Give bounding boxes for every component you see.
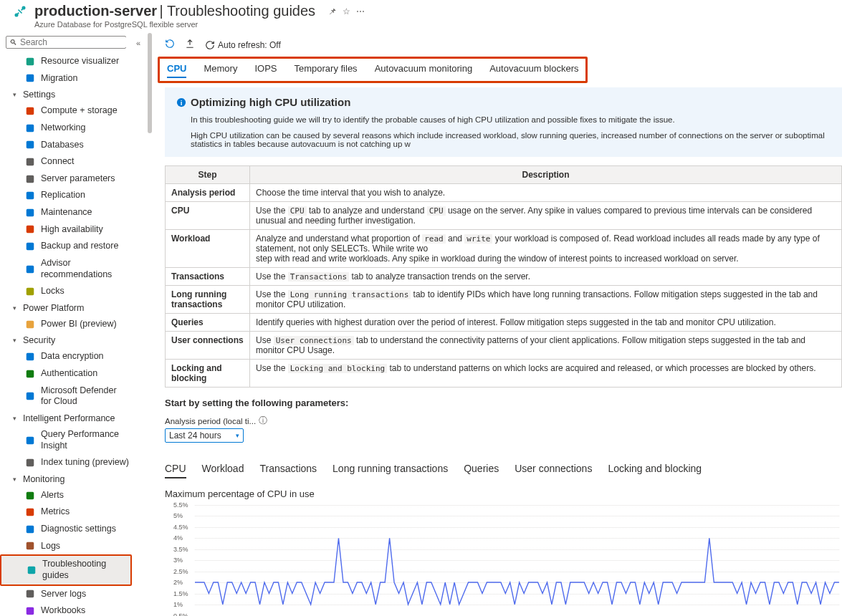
- refresh-icon[interactable]: [165, 39, 175, 51]
- star-icon[interactable]: ☆: [343, 6, 350, 16]
- svg-rect-22: [26, 509, 34, 516]
- svg-rect-4: [26, 107, 34, 115]
- item-icon: [24, 589, 35, 600]
- sidebar-collapse-button[interactable]: «: [133, 39, 143, 47]
- item-icon: [24, 319, 35, 329]
- subtab-workload[interactable]: Workload: [202, 463, 244, 478]
- svg-rect-25: [27, 567, 35, 574]
- sidebar-item[interactable]: High availability: [0, 221, 132, 239]
- item-icon: [24, 173, 35, 184]
- item-icon: [24, 286, 35, 297]
- analysis-period-select[interactable]: Last 24 hours ▾: [165, 428, 244, 443]
- tab-iops[interactable]: IOPS: [254, 63, 277, 78]
- sidebar-item[interactable]: Maintenance: [0, 204, 132, 221]
- tab-cpu[interactable]: CPU: [167, 63, 186, 78]
- svg-rect-5: [26, 124, 34, 132]
- auto-refresh-toggle[interactable]: Auto refresh: Off: [205, 40, 281, 50]
- subtab-long running transactions[interactable]: Long running transactions: [333, 463, 448, 478]
- tab-autovacuum blockers[interactable]: Autovacuum blockers: [489, 63, 578, 78]
- search-input-wrap[interactable]: 🔍︎: [6, 36, 126, 49]
- info-icon[interactable]: ⓘ: [259, 415, 267, 426]
- sidebar-section[interactable]: ▾Settings: [0, 87, 132, 102]
- sidebar-item[interactable]: Compute + storage: [0, 102, 132, 120]
- svg-rect-21: [26, 491, 34, 499]
- subtab-queries[interactable]: Queries: [464, 463, 499, 478]
- chart-title: Maximum percentage of CPU in use: [165, 489, 842, 499]
- subtab-cpu[interactable]: CPU: [165, 463, 186, 478]
- item-icon: [24, 391, 35, 402]
- svg-rect-9: [26, 192, 34, 200]
- sidebar-item[interactable]: Metrics: [0, 504, 132, 521]
- svg-rect-7: [26, 158, 34, 166]
- sidebar-item[interactable]: Server logs: [0, 586, 132, 603]
- sidebar-item[interactable]: Index tuning (preview): [0, 454, 132, 471]
- sidebar-item[interactable]: Authentication: [0, 365, 132, 382]
- item-icon: [24, 56, 35, 67]
- tabs-highlight: CPUMemoryIOPSTemporary filesAutovacuum m…: [158, 57, 588, 83]
- table-row: CPUUse the CPU tab to analyze and unders…: [166, 202, 842, 230]
- page-title: production-server | Troubleshooting guid…: [34, 3, 315, 19]
- item-icon: [24, 524, 35, 534]
- sidebar-section[interactable]: ▾Power Platform: [0, 300, 132, 316]
- sidebar-item[interactable]: Alerts: [0, 487, 132, 504]
- svg-rect-23: [26, 526, 34, 534]
- tab-memory[interactable]: Memory: [204, 63, 237, 78]
- pin-icon[interactable]: 📌︎: [328, 6, 337, 16]
- svg-rect-10: [26, 209, 34, 217]
- sidebar-item[interactable]: Locks: [0, 283, 132, 300]
- chevron-down-icon: ▾: [236, 432, 239, 439]
- sidebar-item[interactable]: Query Performance Insight: [0, 426, 132, 454]
- item-icon: [24, 264, 35, 274]
- sidebar-item[interactable]: Microsoft Defender for Cloud: [0, 382, 132, 410]
- svg-rect-27: [26, 607, 34, 615]
- item-icon: [24, 605, 35, 616]
- svg-rect-6: [26, 141, 34, 149]
- svg-rect-18: [26, 393, 34, 400]
- sidebar-item[interactable]: Networking: [0, 120, 132, 137]
- sidebar-item[interactable]: Troubleshooting guides: [0, 554, 132, 585]
- svg-rect-8: [26, 175, 34, 183]
- sidebar-item[interactable]: Backup and restore: [0, 238, 132, 255]
- more-icon[interactable]: ⋯: [356, 6, 365, 16]
- param-label: Analysis period (local ti... ⓘ: [165, 415, 842, 426]
- svg-rect-13: [26, 265, 34, 273]
- item-icon: [24, 106, 35, 117]
- item-icon: [24, 541, 35, 552]
- subtab-locking and blocking[interactable]: Locking and blocking: [608, 463, 702, 478]
- sidebar-item[interactable]: Resource visualizer: [0, 53, 132, 70]
- table-row: QueriesIdentify queries with highest dur…: [166, 314, 842, 332]
- item-icon: [24, 435, 35, 446]
- sidebar-item[interactable]: Data encryption: [0, 348, 132, 365]
- sidebar-section[interactable]: ▾Security: [0, 332, 132, 348]
- sidebar-item[interactable]: Diagnostic settings: [0, 521, 132, 538]
- sidebar-item[interactable]: Power BI (preview): [0, 316, 132, 333]
- table-row: Long running transactionsUse the Long ru…: [166, 286, 842, 314]
- svg-rect-12: [26, 243, 34, 251]
- item-icon: [24, 241, 35, 252]
- sidebar-section[interactable]: ▾Monitoring: [0, 471, 132, 487]
- item-icon: [24, 352, 35, 362]
- subtab-transactions[interactable]: Transactions: [259, 463, 317, 478]
- sidebar-item[interactable]: Advisor recommendations: [0, 255, 132, 283]
- svg-rect-15: [26, 320, 34, 328]
- tab-autovacuum monitoring[interactable]: Autovacuum monitoring: [375, 63, 473, 78]
- sidebar-item[interactable]: Databases: [0, 137, 132, 154]
- sidebar-item[interactable]: Migration: [0, 70, 132, 87]
- sidebar-item[interactable]: Connect: [0, 153, 132, 170]
- sidebar-item[interactable]: Server parameters: [0, 170, 132, 188]
- table-row: WorkloadAnalyze and understand what prop…: [166, 230, 842, 268]
- item-icon: [24, 457, 35, 468]
- resource-type: Azure Database for PostgreSQL flexible s…: [0, 20, 842, 33]
- svg-rect-26: [26, 590, 34, 598]
- sidebar-item[interactable]: Replication: [0, 187, 132, 204]
- svg-text:i: i: [181, 98, 183, 106]
- sidebar-item[interactable]: Workbooks: [0, 602, 132, 616]
- subtab-user connections[interactable]: User connections: [515, 463, 592, 478]
- sidebar-item[interactable]: Logs: [0, 538, 132, 555]
- item-icon: [24, 73, 35, 84]
- sidebar-section[interactable]: ▾Intelligent Performance: [0, 410, 132, 426]
- tab-temporary files[interactable]: Temporary files: [294, 63, 357, 78]
- export-icon[interactable]: [185, 39, 195, 51]
- svg-rect-19: [26, 436, 34, 444]
- search-input[interactable]: [20, 37, 128, 47]
